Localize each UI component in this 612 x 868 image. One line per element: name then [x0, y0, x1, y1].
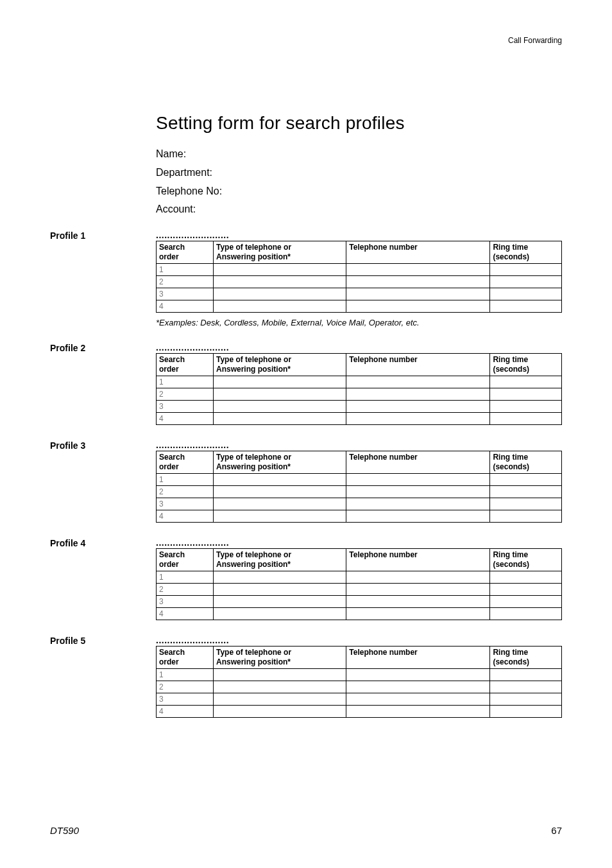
th-type: Type of telephone orAnswering position*	[213, 549, 346, 571]
th-search-order: Searchorder	[157, 241, 214, 264]
th-search-order: Searchorder	[157, 354, 214, 376]
empty-cell	[490, 413, 562, 425]
order-cell: 1	[157, 376, 214, 388]
account-label: Account:	[156, 200, 562, 219]
profile-label: Profile 5	[50, 636, 156, 646]
order-cell: 4	[157, 300, 214, 313]
empty-cell	[346, 608, 490, 620]
empty-cell	[346, 376, 490, 388]
empty-cell	[490, 498, 562, 510]
empty-cell	[346, 288, 490, 300]
empty-cell	[213, 584, 346, 596]
order-cell: 2	[157, 486, 214, 498]
order-cell: 4	[157, 706, 214, 718]
empty-cell	[490, 608, 562, 620]
order-cell: 1	[157, 474, 214, 486]
empty-cell	[490, 571, 562, 584]
profile-note: *Examples: Desk, Cordless, Mobile, Exter…	[156, 318, 562, 327]
form-fields: Name: Department: Telephone No: Account:	[156, 145, 562, 219]
profile-label: Profile 1	[50, 230, 156, 241]
profile-name-dots: ..........................	[156, 636, 562, 645]
profile-content: ..........................SearchorderTyp…	[156, 636, 562, 718]
th-telephone: Telephone number	[346, 549, 490, 571]
page-footer: DT590 67	[50, 825, 562, 836]
table-row: 2	[157, 681, 562, 693]
empty-cell	[490, 401, 562, 413]
empty-cell	[490, 376, 562, 388]
empty-cell	[490, 264, 562, 276]
th-ring-time: Ring time(seconds)	[490, 354, 562, 376]
empty-cell	[490, 681, 562, 693]
table-row: 1	[157, 571, 562, 584]
empty-cell	[213, 376, 346, 388]
empty-cell	[490, 706, 562, 718]
empty-cell	[213, 498, 346, 510]
empty-cell	[490, 486, 562, 498]
profile-content: ..........................SearchorderTyp…	[156, 538, 562, 620]
th-telephone: Telephone number	[346, 647, 490, 669]
table-row: 2	[157, 388, 562, 401]
order-cell: 4	[157, 413, 214, 425]
empty-cell	[213, 474, 346, 486]
table-row: 1	[157, 264, 562, 276]
th-search-order: Searchorder	[157, 451, 214, 474]
empty-cell	[490, 584, 562, 596]
order-cell: 3	[157, 401, 214, 413]
empty-cell	[213, 413, 346, 425]
empty-cell	[490, 474, 562, 486]
th-type: Type of telephone orAnswering position*	[213, 451, 346, 474]
empty-cell	[346, 413, 490, 425]
name-label: Name:	[156, 145, 562, 164]
order-cell: 1	[157, 571, 214, 584]
empty-cell	[213, 276, 346, 288]
empty-cell	[346, 474, 490, 486]
table-row: 1	[157, 474, 562, 486]
empty-cell	[346, 681, 490, 693]
th-ring-time: Ring time(seconds)	[490, 451, 562, 474]
th-search-order: Searchorder	[157, 647, 214, 669]
empty-cell	[213, 300, 346, 313]
empty-cell	[346, 300, 490, 313]
table-row: 4	[157, 608, 562, 620]
page-title: Setting form for search profiles	[156, 113, 562, 134]
empty-cell	[346, 669, 490, 681]
empty-cell	[346, 486, 490, 498]
profile-block-1: Profile 1..........................Searc…	[156, 230, 562, 327]
empty-cell	[346, 276, 490, 288]
empty-cell	[490, 596, 562, 608]
profile-content: ..........................SearchorderTyp…	[156, 440, 562, 523]
table-row: 4	[157, 706, 562, 718]
profile-content: ..........................SearchorderTyp…	[156, 230, 562, 327]
telephone-label: Telephone No:	[156, 182, 562, 201]
order-cell: 1	[157, 669, 214, 681]
table-row: 1	[157, 669, 562, 681]
order-cell: 3	[157, 288, 214, 300]
order-cell: 3	[157, 693, 214, 706]
th-telephone: Telephone number	[346, 241, 490, 264]
profile-table: SearchorderType of telephone orAnswering…	[156, 646, 562, 718]
order-cell: 2	[157, 584, 214, 596]
th-telephone: Telephone number	[346, 451, 490, 474]
table-row: 1	[157, 376, 562, 388]
empty-cell	[346, 498, 490, 510]
empty-cell	[346, 706, 490, 718]
empty-cell	[346, 401, 490, 413]
profile-block-3: Profile 3..........................Searc…	[156, 440, 562, 523]
model-label: DT590	[50, 825, 79, 836]
empty-cell	[346, 571, 490, 584]
th-search-order: Searchorder	[157, 549, 214, 571]
profile-label: Profile 2	[50, 343, 156, 353]
empty-cell	[213, 681, 346, 693]
profile-block-2: Profile 2..........................Searc…	[156, 343, 562, 425]
th-ring-time: Ring time(seconds)	[490, 241, 562, 264]
profile-label: Profile 4	[50, 538, 156, 548]
table-row: 3	[157, 498, 562, 510]
profile-name-dots: ..........................	[156, 343, 562, 352]
empty-cell	[346, 693, 490, 706]
profile-content: ..........................SearchorderTyp…	[156, 343, 562, 425]
empty-cell	[213, 693, 346, 706]
table-row: 4	[157, 300, 562, 313]
profile-table: SearchorderType of telephone orAnswering…	[156, 353, 562, 425]
empty-cell	[213, 288, 346, 300]
empty-cell	[213, 264, 346, 276]
